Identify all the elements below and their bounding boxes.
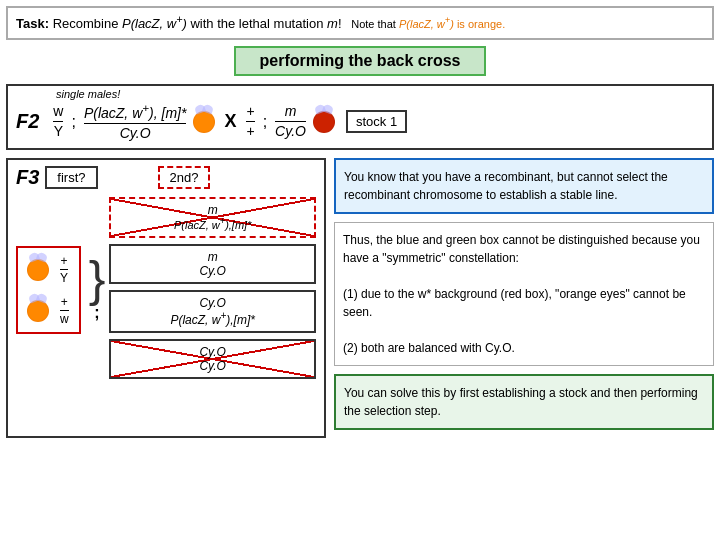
orange-fly-3 xyxy=(27,300,49,322)
plus-plus-fraction: + + xyxy=(246,103,254,140)
brace-area: } ; xyxy=(89,254,106,322)
point1-text: (1) due to the w* background (red box), … xyxy=(343,287,686,319)
solution-text: You can solve this by first establishing… xyxy=(344,386,698,418)
f3-header: F3 first? 2nd? xyxy=(16,166,316,189)
point2-text: (2) both are balanced with Cy.O. xyxy=(343,341,515,355)
box3-text: Cy.O P(lacZ, w+),[m]* xyxy=(119,296,306,327)
box3: Cy.O P(lacZ, w+),[m]* xyxy=(109,290,316,333)
y-fraction-bot: Y xyxy=(60,271,68,285)
f3-left-flies: + Y + w xyxy=(16,242,81,334)
box4: Cy.O Cy.O xyxy=(109,339,316,379)
info-box-solution: You can solve this by first establishing… xyxy=(334,374,714,430)
plus-y-fraction: + Y xyxy=(60,254,68,285)
fly-row-1: + Y xyxy=(24,254,73,285)
plus-top: + xyxy=(246,103,254,120)
recombinant-text: You know that you have a recombinant, bu… xyxy=(344,170,668,202)
page-wrapper: Task: Recombine P(lacZ, w+) with the let… xyxy=(0,0,720,540)
box2: m Cy.O xyxy=(109,244,316,284)
curly-brace: } xyxy=(89,254,106,304)
w-y-fraction: w Y xyxy=(53,103,63,140)
cyo-top2: Cy.O xyxy=(275,123,306,140)
semicolon-2: ; xyxy=(263,113,267,131)
f3-section: F3 first? 2nd? + Y xyxy=(6,158,326,438)
title-text: performing the back cross xyxy=(234,46,487,76)
plus-bottom: + xyxy=(246,123,254,140)
semicolon-1: ; xyxy=(71,113,75,131)
box2-text: m Cy.O xyxy=(119,250,306,278)
right-panel: You know that you have a recombinant, bu… xyxy=(334,158,714,438)
box1-text: m P(lacZ, w+),[m]* xyxy=(119,203,306,233)
semicolon-f3: ; xyxy=(94,304,99,322)
info-box-thus: Thus, the blue and green box cannot be d… xyxy=(334,222,714,366)
second-box: 2nd? xyxy=(158,166,211,189)
task-bar: Task: Recombine P(lacZ, w+) with the let… xyxy=(6,6,714,40)
m-cyo-fraction: m Cy.O xyxy=(275,103,306,140)
f2-label: F2 xyxy=(16,110,39,133)
y-label: Y xyxy=(54,123,63,140)
w-label: w xyxy=(53,103,63,120)
title-box: performing the back cross xyxy=(6,46,714,76)
w-fraction-bot: w xyxy=(60,312,69,326)
box1-fraction: P(lacZ, w+),[m]* xyxy=(174,217,251,232)
f3-body: + Y + w xyxy=(16,197,316,380)
red-box-1: + Y + w xyxy=(16,246,81,334)
thus-text: Thus, the blue and green box cannot be d… xyxy=(343,233,700,265)
plus-w-top: + xyxy=(61,295,68,309)
cross-symbol: X xyxy=(224,111,236,132)
stock-box: stock 1 xyxy=(346,110,407,133)
f3-label: F3 xyxy=(16,166,39,189)
task-text: Recombine P(lacZ, w+) with the lethal mu… xyxy=(53,16,342,31)
f2-section: single males! F2 w Y ; P(lacZ, w+), [m]*… xyxy=(6,84,714,150)
plus-w-fraction: + w xyxy=(60,295,69,326)
m-top: m xyxy=(285,103,297,120)
orange-fly-2 xyxy=(27,259,49,281)
first-box: first? xyxy=(45,166,97,189)
fly-row-2: + w xyxy=(24,295,73,326)
plus-y-top: + xyxy=(61,254,68,268)
info-box-recombinant: You know that you have a recombinant, bu… xyxy=(334,158,714,214)
placz-fraction: P(lacZ, w+), [m]* Cy.O xyxy=(84,102,187,142)
f2-content: F2 w Y ; P(lacZ, w+), [m]* Cy.O X + xyxy=(16,102,704,142)
orange-fly-icon xyxy=(193,111,215,133)
red-fly-icon xyxy=(313,111,335,133)
task-label: Task: xyxy=(16,16,49,31)
f3-right-boxes: m P(lacZ, w+),[m]* m Cy.O xyxy=(109,197,316,380)
task-note: Note that P(lacZ, w+) is orange. xyxy=(345,18,505,30)
single-males-label: single males! xyxy=(56,88,120,100)
box1: m P(lacZ, w+),[m]* xyxy=(109,197,316,239)
f3-outer: F3 first? 2nd? + Y xyxy=(6,158,714,438)
cyo-bottom: Cy.O xyxy=(120,125,151,142)
placz-top: P(lacZ, w+), [m]* xyxy=(84,102,187,122)
box4-text: Cy.O Cy.O xyxy=(119,345,306,373)
